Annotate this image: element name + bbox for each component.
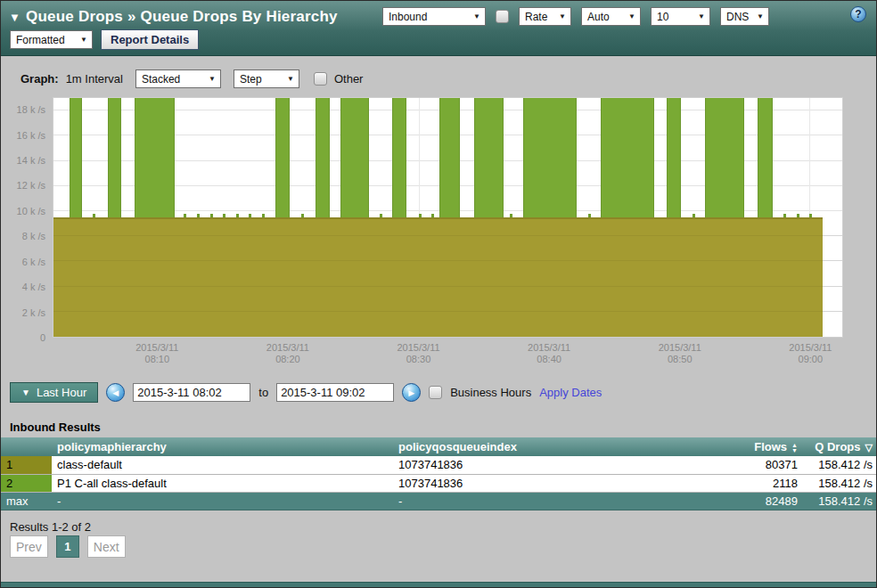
dns-select[interactable]: DNS▼ xyxy=(720,7,769,26)
date-controls-row: ▼ Last Hour ◀ to ▶ Business Hours Apply … xyxy=(1,375,877,414)
rate-select[interactable]: Rate▼ xyxy=(519,7,571,26)
header-controls: Inbound▼ Rate▼ Auto▼ 10▼ DNS▼ xyxy=(382,7,769,26)
series-p1-baseline-tick xyxy=(301,214,304,217)
other-checkbox[interactable] xyxy=(314,72,327,86)
qdrops-column-header[interactable]: Q Drops▽ xyxy=(803,437,877,456)
shift-range-forward-button[interactable]: ▶ xyxy=(402,383,421,402)
results-summary: Results 1-2 of 2 xyxy=(10,520,91,534)
series-p1-baseline-tick xyxy=(380,214,382,217)
other-label: Other xyxy=(334,72,364,86)
y-axis-tick-label: 4 k /s xyxy=(22,282,45,292)
help-icon[interactable]: ? xyxy=(850,6,866,22)
sort-desc-icon[interactable]: ▽ xyxy=(865,442,873,453)
direction-select-value: Inbound xyxy=(389,11,427,23)
rank-column-header xyxy=(1,437,52,456)
series-p1-baseline-tick xyxy=(210,214,213,217)
table-row[interactable]: 1 class-default 1073741836 80371 158.412… xyxy=(1,456,877,474)
series-p1-spike-bar xyxy=(474,98,503,217)
qdrops-cell: 158.412 /s xyxy=(803,492,877,510)
series-p1-spike-bar xyxy=(523,98,577,217)
flows-cell: 82489 xyxy=(625,492,803,510)
graph-controls: Graph: 1m Interval Stacked▼ Step▼ Other xyxy=(20,69,363,88)
series-p1-spike-bar xyxy=(392,98,406,217)
y-axis-tick-label: 2 k /s xyxy=(22,307,45,318)
max-summary-row: max - - 82489 158.412 /s xyxy=(1,492,877,510)
page-title-text: Queue Drops » Queue Drops By Hierarchy xyxy=(26,8,338,25)
chart-x-axis: 2015/3/1108:102015/3/1108:202015/3/1108:… xyxy=(53,342,843,369)
policymaphierarchy-cell: P1 C-all class-default xyxy=(52,474,393,492)
series-p1-baseline-tick xyxy=(93,214,95,217)
pagination: Prev 1 Next xyxy=(10,535,126,558)
series-p1-spike-bar xyxy=(70,98,83,217)
table-row[interactable]: 2 P1 C-all class-default 1073741836 2118… xyxy=(1,474,877,492)
auto-select[interactable]: Auto▼ xyxy=(581,7,641,26)
direction-select[interactable]: Inbound▼ xyxy=(382,7,486,26)
series-p1-spike-bar xyxy=(275,98,290,217)
results-table: policymaphierarchy policyqosqueueindex F… xyxy=(1,437,877,510)
graph-type-select[interactable]: Stacked▼ xyxy=(135,69,221,88)
caret-down-icon: ▼ xyxy=(21,388,30,397)
top-count-select[interactable]: 10▼ xyxy=(651,7,710,26)
format-select[interactable]: Formatted▼ xyxy=(10,30,93,49)
chevron-down-icon: ▼ xyxy=(559,12,566,20)
range-start-input[interactable] xyxy=(133,383,250,402)
series-p1-baseline-tick xyxy=(197,214,200,217)
series-p1-spike-bar xyxy=(758,98,774,217)
y-axis-tick-label: 10 k /s xyxy=(17,206,45,216)
h-gridline-overlay xyxy=(53,286,842,287)
chevron-down-icon: ▼ xyxy=(757,12,764,20)
chevron-down-icon: ▼ xyxy=(628,12,635,20)
last-hour-label: Last Hour xyxy=(37,386,86,399)
series-p1-baseline-tick xyxy=(236,214,239,217)
sort-both-icon[interactable]: ▲▼ xyxy=(791,443,798,453)
current-page-button[interactable]: 1 xyxy=(56,535,79,558)
h-gridline-overlay xyxy=(53,260,842,261)
next-page-button[interactable]: Next xyxy=(87,535,126,558)
series-p1-baseline-tick xyxy=(510,214,512,217)
last-hour-button[interactable]: ▼ Last Hour xyxy=(10,382,98,403)
y-axis-tick-label: 12 k /s xyxy=(17,180,45,191)
range-end-input[interactable] xyxy=(276,383,394,402)
series-p1-baseline-tick xyxy=(223,214,225,217)
policymaphierarchy-cell: - xyxy=(52,492,393,510)
direction-checkbox[interactable] xyxy=(496,10,509,23)
collapse-caret-icon[interactable]: ▼ xyxy=(9,11,20,24)
interval-label: 1m Interval xyxy=(66,72,123,86)
series-p1-baseline-tick xyxy=(588,214,591,217)
business-hours-checkbox[interactable] xyxy=(429,386,442,399)
page-title[interactable]: ▼Queue Drops » Queue Drops By Hierarchy xyxy=(9,8,338,26)
series-p1-baseline-tick xyxy=(783,214,786,217)
series-p1-baseline-tick xyxy=(419,214,422,217)
policymaphierarchy-column-header[interactable]: policymaphierarchy xyxy=(52,437,393,456)
graph-label: Graph: xyxy=(20,72,59,86)
x-axis-tick-label: 2015/3/1108:30 xyxy=(397,342,439,365)
series-p1-spike-bar xyxy=(667,98,681,217)
chart-plot xyxy=(53,97,843,338)
x-axis-tick-label: 2015/3/1109:00 xyxy=(789,342,832,365)
prev-page-button[interactable]: Prev xyxy=(10,535,48,558)
chart-y-axis: 18 k /s16 k /s14 k /s12 k /s10 k /s8 k /… xyxy=(1,97,47,338)
chevron-down-icon: ▼ xyxy=(209,75,216,83)
h-gridline-overlay xyxy=(53,311,842,312)
report-details-button[interactable]: Report Details xyxy=(101,29,199,50)
series-p1-baseline-tick xyxy=(797,214,799,217)
y-axis-tick-label: 18 k /s xyxy=(17,104,45,115)
rank-color-swatch: 1 xyxy=(1,456,52,474)
policyqosqueueindex-cell: 1073741836 xyxy=(393,474,625,492)
chevron-down-icon: ▼ xyxy=(80,36,87,44)
series-p1-spike-bar xyxy=(135,98,175,217)
y-axis-tick-label: 16 k /s xyxy=(17,130,45,141)
dns-select-value: DNS xyxy=(726,11,749,23)
graph-style-select[interactable]: Step▼ xyxy=(234,69,299,88)
x-axis-tick-label: 2015/3/1108:20 xyxy=(266,342,309,365)
shift-range-back-button[interactable]: ◀ xyxy=(106,383,125,402)
flows-column-header[interactable]: Flows▲▼ xyxy=(625,437,803,456)
max-row-label: max xyxy=(1,492,52,510)
policyqosqueueindex-cell: 1073741836 xyxy=(393,456,625,474)
policymaphierarchy-cell: class-default xyxy=(52,456,393,474)
apply-dates-link[interactable]: Apply Dates xyxy=(539,386,602,399)
policyqosqueueindex-column-header[interactable]: policyqosqueueindex xyxy=(393,437,625,456)
series-p1-baseline-tick xyxy=(262,214,265,217)
policyqosqueueindex-cell: - xyxy=(393,492,625,510)
series-p1-spike-bar xyxy=(439,98,460,217)
